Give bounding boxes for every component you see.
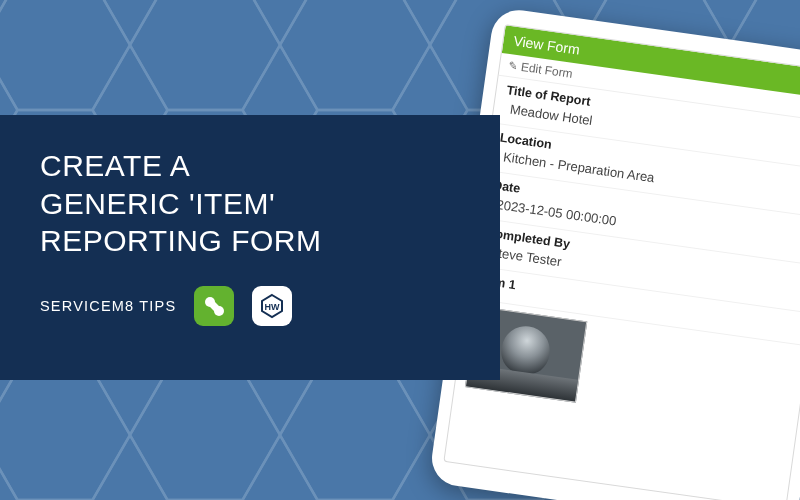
subtitle-row: SERVICEM8 TIPS HW <box>40 286 460 326</box>
edit-form-label: Edit Form <box>520 60 573 81</box>
promo-graphic: View Form × ✎ Edit Form Title of Report … <box>0 0 800 500</box>
servicem8-logo-icon <box>194 286 234 326</box>
svg-text:HW: HW <box>265 302 280 312</box>
title-panel: CREATE A GENERIC 'ITEM' REPORTING FORM S… <box>0 115 500 380</box>
heading-line-3: REPORTING FORM <box>40 224 321 257</box>
heading-line-1: CREATE A <box>40 149 190 182</box>
heading-line-2: GENERIC 'ITEM' <box>40 187 275 220</box>
pencil-icon: ✎ <box>507 59 518 73</box>
hw-logo-icon: HW <box>252 286 292 326</box>
panel-heading: CREATE A GENERIC 'ITEM' REPORTING FORM <box>40 147 460 260</box>
panel-subtitle: SERVICEM8 TIPS <box>40 298 176 314</box>
form-body: Title of Report Meadow Hotel Location Ki… <box>455 76 800 434</box>
